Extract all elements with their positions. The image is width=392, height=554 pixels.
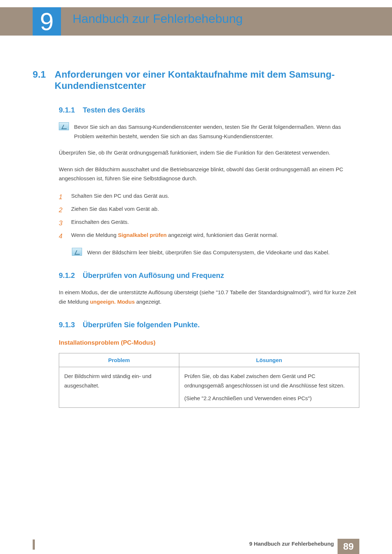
list-item: 4 Wenn die Meldung Signalkabel prüfen an…	[59, 230, 359, 243]
subsection-heading: 9.1.3 Überprüfen Sie folgenden Punkte.	[59, 321, 359, 329]
subsection-title: Überprüfen von Auflösung und Frequenz	[83, 271, 224, 279]
footer-page-number: 89	[338, 539, 359, 554]
text-fragment: Wenn die Meldung	[71, 232, 118, 238]
subsection-title: Testen des Geräts	[83, 106, 145, 114]
table-header-solution: Lösungen	[179, 353, 359, 367]
troubleshooting-table: Problem Lösungen Der Bildschirm wird stä…	[59, 353, 359, 408]
table-header-problem: Problem	[59, 353, 179, 367]
section-title: Anforderungen vor einer Kontaktaufnahme …	[55, 69, 338, 91]
page-content: 9.1 Anforderungen vor einer Kontaktaufna…	[33, 69, 359, 408]
step-text: Ziehen Sie das Kabel vom Gerät ab.	[71, 204, 159, 217]
subsection-number: 9.1.1	[59, 106, 75, 114]
chapter-number-badge: 9	[33, 7, 61, 36]
list-item: 2Ziehen Sie das Kabel vom Gerät ab.	[59, 204, 359, 217]
solution-cell: Prüfen Sie, ob das Kabel zwischen dem Ge…	[179, 367, 359, 408]
section-heading: 9.1 Anforderungen vor einer Kontaktaufna…	[33, 69, 359, 91]
step-list: 1Schalten Sie den PC und das Gerät aus. …	[59, 190, 359, 243]
step-number: 3	[59, 217, 65, 230]
table-row: Der Bildschirm wird ständig ein- und aus…	[59, 367, 359, 408]
paragraph: Überprüfen Sie, ob Ihr Gerät ordnungsgem…	[59, 148, 359, 157]
step-text: Einschalten des Geräts.	[71, 217, 129, 230]
step-text: Schalten Sie den PC und das Gerät aus.	[71, 190, 169, 204]
subsection-heading: 9.1.2 Überprüfen von Auflösung und Frequ…	[59, 271, 359, 280]
note-icon	[72, 248, 82, 256]
note-block: Bevor Sie sich an das Samsung-Kundendien…	[59, 122, 359, 141]
subsection-heading: 9.1.1 Testen des Geräts	[59, 106, 359, 114]
subsection-9-1-1: 9.1.1 Testen des Geräts Bevor Sie sich a…	[59, 106, 359, 257]
note-block: Wenn der Bildschirm leer bleibt, überprü…	[72, 248, 359, 257]
inline-highlight: Signalkabel prüfen	[118, 232, 167, 238]
footer-accent	[33, 539, 35, 550]
paragraph: Wenn sich der Bildschirm ausschaltet und…	[59, 165, 359, 183]
subsection-9-1-3: 9.1.3 Überprüfen Sie folgenden Punkte. I…	[59, 321, 359, 408]
table-header-row: Problem Lösungen	[59, 353, 359, 367]
subsection-number: 9.1.3	[59, 321, 75, 329]
note-text: Wenn der Bildschirm leer bleibt, überprü…	[87, 248, 330, 257]
text-fragment: angezeigt.	[135, 299, 161, 305]
inline-highlight: ungeeign. Modus	[90, 299, 135, 305]
footer-chapter-label: 9 Handbuch zur Fehlerbehebung	[249, 541, 334, 547]
note-text: Bevor Sie sich an das Samsung-Kundendien…	[74, 122, 359, 141]
text-fragment: angezeigt wird, funktioniert das Gerät n…	[167, 232, 278, 238]
step-number: 4	[59, 230, 65, 243]
list-item: 3Einschalten des Geräts.	[59, 217, 359, 230]
list-item: 1Schalten Sie den PC und das Gerät aus.	[59, 190, 359, 204]
solution-line: Prüfen Sie, ob das Kabel zwischen dem Ge…	[184, 372, 354, 390]
group-heading: Installationsproblem (PC-Modus)	[59, 339, 359, 346]
paragraph: In einem Modus, der die unterstützte Auf…	[59, 288, 359, 306]
step-text: Wenn die Meldung Signalkabel prüfen ange…	[71, 230, 278, 243]
solution-line: (Siehe "2.2 Anschließen und Verwenden ei…	[184, 394, 354, 403]
step-number: 2	[59, 204, 65, 217]
step-number: 1	[59, 190, 65, 204]
subsection-title: Überprüfen Sie folgenden Punkte.	[83, 321, 200, 329]
section-number: 9.1	[33, 69, 46, 80]
page-footer: 9 Handbuch zur Fehlerbehebung 89	[0, 539, 392, 554]
chapter-title: Handbuch zur Fehlerbehebung	[73, 12, 243, 26]
subsection-number: 9.1.2	[59, 271, 75, 279]
problem-cell: Der Bildschirm wird ständig ein- und aus…	[59, 367, 179, 408]
subsection-9-1-2: 9.1.2 Überprüfen von Auflösung und Frequ…	[59, 271, 359, 306]
note-icon	[59, 122, 69, 130]
